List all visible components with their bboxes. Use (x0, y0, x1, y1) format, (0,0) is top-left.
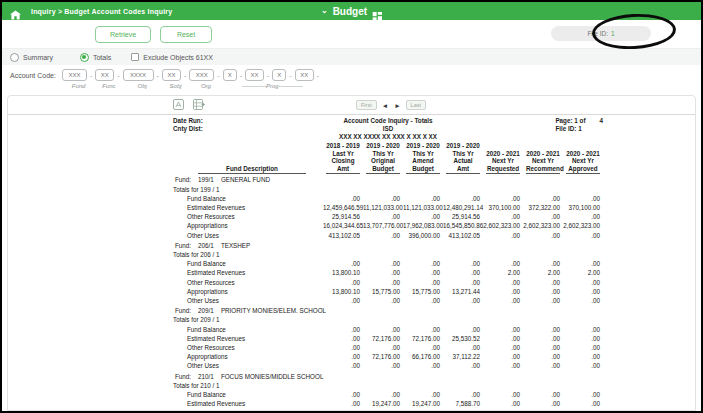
cell-value: 2.00 (483, 268, 523, 277)
cell-value: .00 (483, 408, 523, 411)
fund-input[interactable] (62, 69, 87, 81)
fund-totals-line: Totals for 199 / 1 (173, 185, 603, 194)
cell-value: .00 (443, 278, 483, 287)
file-id-value: 1 (611, 30, 615, 37)
column-header-lines: 2018 - 2019Last Yr ClosingAmt (326, 142, 360, 174)
first-page-button[interactable]: First (356, 100, 377, 110)
report-divider (8, 114, 695, 115)
column-header-lines: 2020 - 2021Next YrRequested (486, 150, 520, 175)
csv-export-icon[interactable] (193, 99, 205, 110)
cell-value: 12,459,646.59 (323, 203, 363, 212)
fund-description-header: Fund Description (173, 165, 323, 175)
cell-value: .00 (523, 212, 563, 221)
cell-value: 15,775.00 (403, 287, 443, 296)
cell-value: .00 (443, 390, 483, 399)
header-line: 2020 - 2021 (526, 150, 560, 158)
cell-value: .00 (363, 259, 403, 268)
cell-value: .00 (483, 325, 523, 334)
table-row: Other Uses.00.00.00.00.00.00.00 (173, 296, 603, 305)
cell-value: .00 (323, 408, 363, 411)
file-id-selector[interactable]: File ID: 1 (551, 26, 651, 41)
prev-page-icon[interactable]: ◄ (381, 102, 389, 109)
row-label: Estimated Revenues (173, 334, 323, 343)
cell-value: .00 (443, 325, 483, 334)
summary-radio[interactable]: Summary (10, 53, 53, 62)
exclude-objects-checkbox[interactable]: Exclude Objects 61XX (131, 53, 213, 61)
func-input[interactable] (95, 69, 114, 81)
cell-value: .00 (563, 343, 603, 352)
account-code-bar: Account Code: - Fund - Func - Obj - Sobj… (2, 65, 701, 95)
page-total: 4 (599, 117, 603, 125)
cell-value: .00 (483, 231, 523, 240)
cell-value: .00 (403, 268, 443, 277)
cell-value: .00 (443, 343, 483, 352)
fund-line: Fund:210/1FOCUS MONIES/MIDDLE SCHOOL (173, 372, 603, 381)
cell-value: 13,800.10 (323, 268, 363, 277)
report-table: Fund Description2018 - 2019Last Yr Closi… (173, 142, 603, 411)
app-switcher[interactable]: ⌄ Budget (321, 6, 382, 17)
sobj-input[interactable] (162, 69, 181, 81)
table-row: Other Resources25,914.56.00.0025,914.56.… (173, 212, 603, 221)
cell-value: .00 (323, 296, 363, 305)
cell-value: .00 (563, 390, 603, 399)
header-line: 2019 - 2020 (406, 142, 440, 150)
cell-value: .00 (363, 194, 403, 203)
prog3-input[interactable] (272, 69, 286, 81)
table-row: Fund Balance.00.00.00.00.00.00.00 (173, 325, 603, 334)
cell-value: .00 (443, 268, 483, 277)
cell-value: .00 (483, 343, 523, 352)
separator: - (90, 72, 92, 79)
table-row: Estimated Revenues13,800.10.00.00.002.00… (173, 268, 603, 277)
account-code-field-obj: - Obj (123, 69, 162, 95)
row-label: Other Uses (173, 361, 323, 370)
header-line: 2019 - 2020 (366, 142, 400, 150)
row-label: Appropriations (173, 287, 323, 296)
reset-button[interactable]: Reset (160, 26, 212, 43)
report-panel: First ◄ ► Last Date Run: Cnty Dist: Acco… (7, 95, 696, 411)
cell-value: .00 (563, 334, 603, 343)
account-code-field-fund: - Fund (62, 69, 95, 95)
last-page-button[interactable]: Last (406, 100, 426, 110)
cell-value: 2,602,323.00 (483, 221, 523, 230)
cell-value: .00 (523, 343, 563, 352)
fund-name: TEXSHEP (221, 241, 250, 250)
header-line: Next Yr (526, 157, 560, 165)
fund-line: Fund:209/1PRIORITY MONIES/ELEM. SCHOOL (173, 306, 603, 315)
cell-value: .00 (563, 361, 603, 370)
report-pager: First ◄ ► Last (356, 100, 426, 110)
pdf-export-icon[interactable] (173, 99, 184, 110)
row-label: Other Resources (173, 212, 323, 221)
cell-value: .00 (563, 259, 603, 268)
totals-radio[interactable]: Totals (80, 53, 111, 62)
cell-value: .00 (323, 361, 363, 370)
cell-value: .00 (363, 408, 403, 411)
cell-value: .00 (363, 278, 403, 287)
cell-value: .00 (563, 212, 603, 221)
cell-value: 25,530.52 (443, 334, 483, 343)
home-icon[interactable] (10, 6, 21, 16)
cell-value: 2.00 (563, 268, 603, 277)
fund-totals-line: Totals for 209 / 1 (173, 315, 603, 324)
cell-value: 13,271.44 (443, 287, 483, 296)
separator: - (217, 72, 219, 79)
cell-value: .00 (363, 212, 403, 221)
cell-value: 72,176.00 (363, 334, 403, 343)
cell-value: .00 (563, 278, 603, 287)
separator: - (184, 72, 186, 79)
separator: - (157, 72, 159, 79)
cell-value: .00 (563, 352, 603, 361)
table-row: Other Resources.00.00.00.00.00.00.00 (173, 343, 603, 352)
prog4-input[interactable] (295, 69, 314, 81)
row-label: Other Resources (173, 278, 323, 287)
header-line: Budget (366, 165, 400, 173)
org-input[interactable] (189, 69, 214, 81)
next-page-icon[interactable]: ► (393, 102, 401, 109)
obj-input[interactable] (123, 69, 154, 81)
fund-name: PRIORITY MONIES/ELEM. SCHOOL (221, 306, 326, 315)
prog2-input[interactable] (245, 69, 264, 81)
prog1-input[interactable] (223, 69, 237, 81)
retrieve-button[interactable]: Retrieve (95, 26, 151, 43)
table-header-row: Fund Description2018 - 2019Last Yr Closi… (173, 142, 603, 174)
cell-value: 37,112.22 (443, 352, 483, 361)
org-caption: Org (201, 83, 211, 89)
